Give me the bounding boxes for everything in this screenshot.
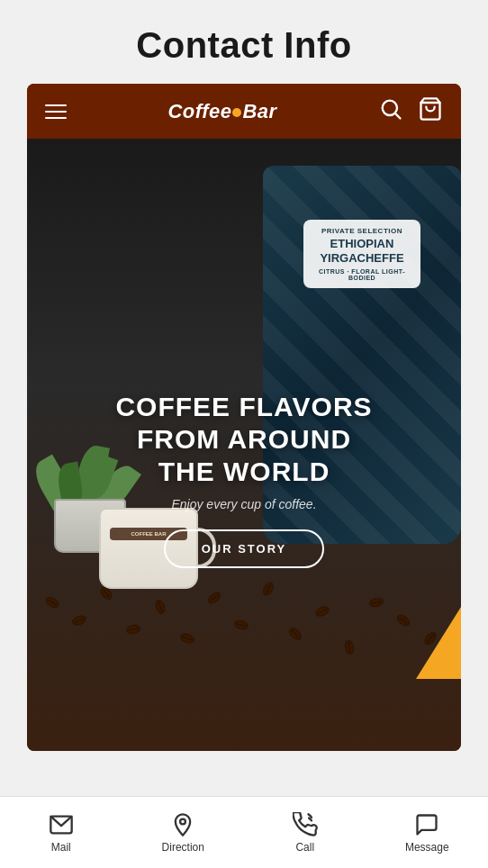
- orange-triangle-decoration: [416, 607, 461, 679]
- message-icon: [414, 812, 439, 837]
- nav-item-message[interactable]: Message: [366, 812, 489, 854]
- mail-icon: [49, 812, 74, 837]
- coffee-logo: CoffeeBar: [167, 100, 276, 123]
- svg-line-1: [395, 113, 400, 118]
- hamburger-icon[interactable]: [45, 104, 67, 119]
- bean: [287, 626, 303, 642]
- bean: [344, 639, 356, 655]
- bag-label: PRIVATE SELECTION ETHIOPIAN YIRGACHEFFE …: [303, 220, 420, 288]
- bean: [368, 596, 384, 609]
- nav-item-direction[interactable]: Direction: [122, 812, 245, 854]
- bag-notes: CITRUS · FLORAL LIGHT-BODIED: [314, 268, 410, 281]
- bottom-nav: Mail Direction Call Message: [0, 796, 488, 868]
- bag-private-selection: PRIVATE SELECTION: [314, 227, 410, 235]
- bean: [395, 612, 412, 628]
- nav-label-message: Message: [405, 841, 449, 854]
- our-story-button[interactable]: OUR STORY: [164, 529, 325, 568]
- hero-text: COFFEE FLAVORS FROM AROUND THE WORLD Enj…: [27, 391, 461, 568]
- page-title-area: Contact Info: [0, 0, 488, 84]
- header-icons: [378, 96, 443, 126]
- coffee-beans: [27, 562, 461, 661]
- direction-icon: [170, 812, 195, 837]
- bean: [154, 599, 167, 615]
- bean: [233, 619, 249, 631]
- bean: [206, 590, 223, 606]
- bean: [314, 604, 331, 619]
- hero-area: PRIVATE SELECTION ETHIOPIAN YIRGACHEFFE …: [27, 139, 461, 751]
- search-icon[interactable]: [378, 96, 403, 126]
- cart-icon[interactable]: [418, 96, 443, 126]
- nav-label-direction: Direction: [162, 841, 204, 854]
- headline-line1: COFFEE FLAVORS: [115, 392, 372, 421]
- bean: [71, 614, 87, 628]
- bean: [125, 624, 140, 636]
- bean: [261, 581, 276, 598]
- nav-item-call[interactable]: Call: [244, 812, 366, 854]
- headline-line2: FROM AROUND: [137, 424, 351, 454]
- bean: [179, 632, 195, 646]
- hero-subtext: Enjoy every cup of coffee.: [45, 497, 443, 511]
- nav-label-mail: Mail: [51, 841, 71, 854]
- nav-label-call: Call: [295, 841, 314, 854]
- coffee-header: CoffeeBar: [27, 84, 461, 139]
- bag-name: ETHIOPIAN YIRGACHEFFE: [314, 237, 410, 265]
- bean: [98, 585, 114, 602]
- call-icon: [293, 812, 318, 837]
- nav-item-mail[interactable]: Mail: [0, 812, 122, 854]
- bean: [44, 595, 61, 610]
- hero-headline: COFFEE FLAVORS FROM AROUND THE WORLD: [45, 391, 443, 488]
- svg-point-0: [383, 101, 397, 115]
- logo-dot: [232, 108, 241, 117]
- page-title: Contact Info: [18, 25, 470, 66]
- coffee-container: CoffeeBar PRIVATE SELECTION: [27, 84, 461, 751]
- svg-point-4: [180, 818, 185, 824]
- headline-line3: THE WORLD: [158, 457, 330, 486]
